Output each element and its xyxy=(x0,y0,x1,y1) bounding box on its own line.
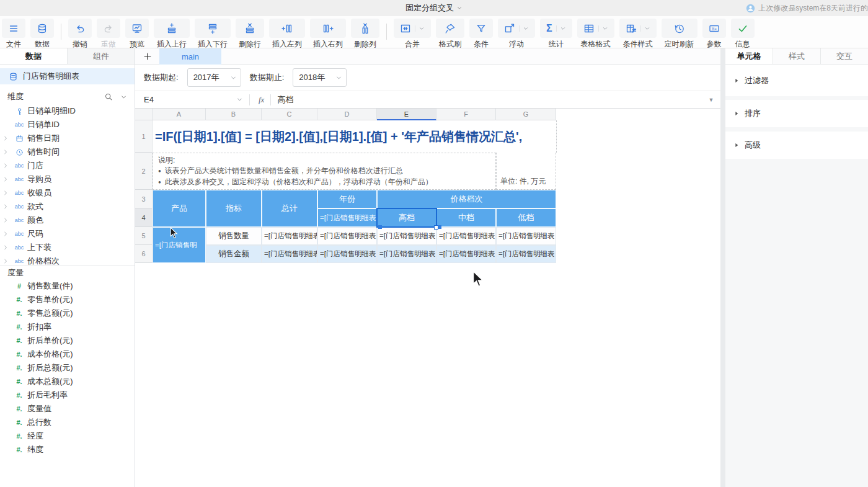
data-cell[interactable]: =[门店销售明细表 xyxy=(496,245,556,263)
cell-b5-metric[interactable]: 销售数量 xyxy=(206,227,262,245)
toolbar-button-insert-row-below[interactable]: 插入下行 xyxy=(195,19,231,48)
data-cell[interactable]: =[门店销售明细表 xyxy=(496,227,556,245)
data-cell[interactable]: =[门店销售明细表 xyxy=(262,245,317,263)
dimension-field-item[interactable]: abc门店 xyxy=(0,159,135,172)
inspector-section-排序[interactable]: 排序 xyxy=(725,100,868,127)
chevron-down-icon[interactable] xyxy=(120,94,127,101)
toolbar-button-format-painter[interactable]: 格式刷 xyxy=(436,19,464,48)
data-cell[interactable]: =[门店销售明细表 xyxy=(317,227,377,245)
dimension-field-item[interactable]: abc导购员 xyxy=(0,172,135,186)
dimension-field-item[interactable]: abc价格档次 xyxy=(0,254,135,266)
measure-field-item[interactable]: #.零售总额(元) xyxy=(0,306,135,320)
add-sheet-button[interactable] xyxy=(141,51,154,62)
measure-field-item[interactable]: #.成本价格(元) xyxy=(0,347,135,361)
column-header-C[interactable]: C xyxy=(262,109,317,120)
toolbar-button-insert-row-above[interactable]: 插入上行 xyxy=(154,19,190,48)
measure-field-item[interactable]: #销售数量(件) xyxy=(0,279,135,293)
cell-f4[interactable]: 中档 xyxy=(436,208,496,227)
inspector-section-过滤器[interactable]: 过滤器 xyxy=(725,65,868,96)
measure-field-item[interactable]: #.成本总额(元) xyxy=(0,375,135,388)
data-cell[interactable]: =[门店销售明细表 xyxy=(262,227,317,245)
toolbar-button-check[interactable]: 信息 xyxy=(731,19,755,48)
cell-reference-box[interactable]: E4 xyxy=(135,95,249,104)
sheet-tab-main[interactable]: main xyxy=(159,48,221,65)
toolbar-button-merge[interactable]: 合并 xyxy=(394,19,431,48)
measure-field-item[interactable]: #.经度 xyxy=(0,429,135,443)
dropdown-caret[interactable] xyxy=(598,25,608,32)
dimension-field-item[interactable]: 日销单明细ID xyxy=(0,104,135,118)
inspector-tab-交互[interactable]: 交互 xyxy=(820,48,868,64)
cell-a1-title-formula[interactable]: =IF([日期1].[值] = [日期2].[值],[日期1].[值] + '年… xyxy=(153,120,556,153)
toolbar-button-delete-col[interactable]: 删除列 xyxy=(351,19,379,48)
measure-field-item[interactable]: #.纬度 xyxy=(0,443,135,457)
dropdown-caret[interactable] xyxy=(415,25,425,32)
measure-field-item[interactable]: #.总行数 xyxy=(0,416,135,429)
dimension-field-item[interactable]: 销售时间 xyxy=(0,145,135,159)
toolbar-button-delete-row[interactable]: 删除行 xyxy=(236,19,264,48)
cell-a5-product-formula[interactable]: =[门店销售明 xyxy=(153,227,206,263)
toolbar-button-filter[interactable]: 条件 xyxy=(469,19,493,48)
dropdown-caret[interactable] xyxy=(556,25,566,32)
toolbar-button-parameter[interactable]: X=参数 xyxy=(702,19,726,48)
header-cell-product[interactable]: 产品 xyxy=(153,190,206,227)
toolbar-button-insert-col-left[interactable]: 插入左列 xyxy=(269,19,305,48)
toolbar-button-table-format[interactable]: 表格格式 xyxy=(577,19,614,48)
dimension-field-item[interactable]: abc上下装 xyxy=(0,241,135,254)
column-header-F[interactable]: F xyxy=(436,109,496,120)
inspector-tab-样式[interactable]: 样式 xyxy=(773,48,820,64)
inspector-section-高级[interactable]: 高级 xyxy=(725,132,868,159)
column-header-E[interactable]: E xyxy=(377,109,436,120)
column-header-G[interactable]: G xyxy=(496,109,556,120)
column-header-A[interactable]: A xyxy=(153,109,206,120)
sidebar-tab-组件[interactable]: 组件 xyxy=(67,48,135,64)
float-handle[interactable] xyxy=(438,225,441,229)
float-handle[interactable] xyxy=(378,225,382,229)
toolbar-button-undo[interactable]: 撤销 xyxy=(68,19,92,48)
toolbar-button-cond-style[interactable]: 条件样式 xyxy=(619,19,657,48)
search-icon[interactable] xyxy=(104,92,113,101)
cell-d4-year-formula[interactable]: =[门店销售明细表 xyxy=(317,208,377,227)
formula-input[interactable]: 高档 xyxy=(277,94,702,105)
row-header-2[interactable]: 2 xyxy=(135,153,153,190)
cell-e4-selected[interactable]: 高档 xyxy=(377,208,436,227)
column-header-B[interactable]: B xyxy=(206,109,262,120)
dropdown-caret[interactable] xyxy=(640,25,650,32)
dimension-field-item[interactable]: 销售日期 xyxy=(0,132,135,145)
measure-field-item[interactable]: #.折后毛利率 xyxy=(0,388,135,402)
header-cell-year[interactable]: 年份 xyxy=(317,190,377,208)
data-cell[interactable]: =[门店销售明细表 xyxy=(377,227,436,245)
measure-field-item[interactable]: #.折后总额(元) xyxy=(0,361,135,375)
param-select-1[interactable]: 2018年 xyxy=(293,68,347,87)
toolbar-button-insert-col-right[interactable]: 插入右列 xyxy=(310,19,346,48)
measure-field-item[interactable]: #.折后单价(元) xyxy=(0,334,135,347)
row-header-5[interactable]: 5 xyxy=(135,227,153,245)
inspector-tab-单元格[interactable]: 单元格 xyxy=(725,48,773,64)
data-cell[interactable]: =[门店销售明细表 xyxy=(436,227,496,245)
cell-unit[interactable]: 单位: 件, 万元 xyxy=(496,153,556,190)
grid-corner[interactable] xyxy=(135,109,153,120)
measure-field-item[interactable]: #.度量值 xyxy=(0,402,135,416)
toolbar-button-timed-refresh[interactable]: 定时刷新 xyxy=(662,19,698,48)
measure-field-item[interactable]: #.零售单价(元) xyxy=(0,293,135,306)
cell-note[interactable]: 说明:●该表分产品大类统计销售数量和销售金额，并分年份和价格档次进行汇总●此表涉… xyxy=(153,153,496,190)
dimension-field-item[interactable]: abc日销单ID xyxy=(0,118,135,132)
report-title-menu[interactable]: 固定分组交叉 xyxy=(405,2,463,14)
row-header-1[interactable]: 1 xyxy=(135,120,153,153)
toolbar-button-sigma[interactable]: Σ统计 xyxy=(540,19,572,48)
row-header-6[interactable]: 6 xyxy=(135,245,153,263)
data-cell[interactable]: =[门店销售明细表 xyxy=(377,245,436,263)
column-header-D[interactable]: D xyxy=(317,109,377,120)
row-header-4[interactable]: 4 xyxy=(135,208,153,227)
toolbar-button-preview[interactable]: 预览 xyxy=(125,19,149,48)
dataset-item[interactable]: 门店销售明细表 xyxy=(0,68,135,84)
toolbar-button-database[interactable]: 数据 xyxy=(30,19,54,48)
dimension-field-item[interactable]: abc尺码 xyxy=(0,227,135,241)
data-cell[interactable]: =[门店销售明细表 xyxy=(436,245,496,263)
dimension-field-item[interactable]: abc款式 xyxy=(0,200,135,213)
formula-expand-button[interactable]: ▼ xyxy=(702,97,720,103)
header-cell-price-level[interactable]: 价格档次 xyxy=(377,190,556,208)
sidebar-tab-数据[interactable]: 数据 xyxy=(0,48,67,64)
cell-b6-metric[interactable]: 销售金额 xyxy=(206,245,262,263)
toolbar-button-float[interactable]: 浮动 xyxy=(498,19,535,48)
header-cell-metric[interactable]: 指标 xyxy=(206,190,262,227)
